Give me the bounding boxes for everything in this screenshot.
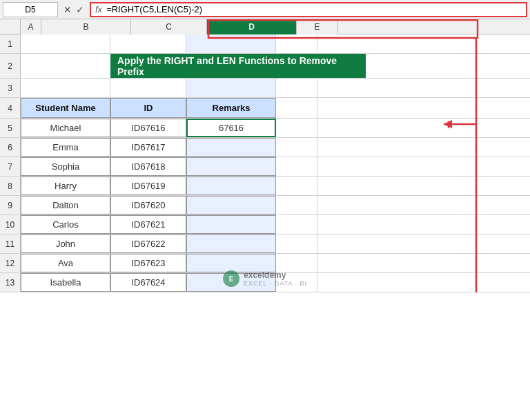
cell-e6[interactable] bbox=[276, 138, 317, 157]
cell-e9[interactable] bbox=[276, 196, 317, 214]
cell-c10[interactable]: ID67621 bbox=[110, 215, 186, 234]
cell-e2[interactable] bbox=[366, 54, 407, 78]
student-name-9: Dalton bbox=[52, 200, 79, 210]
cell-b10[interactable]: Carlos bbox=[21, 215, 110, 234]
cell-e10[interactable] bbox=[276, 215, 317, 234]
row-number: 12 bbox=[0, 254, 21, 272]
formula-text: =RIGHT(C5,LEN(C5)-2) bbox=[106, 4, 202, 14]
cell-b2[interactable] bbox=[21, 54, 110, 78]
cell-c7[interactable]: ID67618 bbox=[110, 157, 186, 176]
cell-reference-box[interactable]: D5 bbox=[3, 2, 58, 17]
cell-d6[interactable] bbox=[186, 138, 276, 157]
cell-c13[interactable]: ID67624 bbox=[110, 273, 186, 292]
formula-icons: ✕ ✓ bbox=[61, 4, 87, 15]
row-number: 6 bbox=[0, 138, 21, 157]
cell-b5[interactable]: Michael bbox=[21, 119, 110, 137]
table-row: 5 Michael ID67616 67616 bbox=[0, 119, 530, 138]
cell-c9[interactable]: ID67620 bbox=[110, 196, 186, 214]
cell-d1[interactable] bbox=[186, 34, 276, 53]
title-cell: Apply the RIGHT and LEN Functions to Rem… bbox=[110, 54, 366, 78]
table-row: 4 Student Name ID Remarks bbox=[0, 98, 530, 119]
cell-c6[interactable]: ID67617 bbox=[110, 138, 186, 157]
cell-d7[interactable] bbox=[186, 157, 276, 176]
cell-e5[interactable] bbox=[276, 119, 317, 137]
id-7: ID67618 bbox=[131, 161, 165, 172]
cell-c5[interactable]: ID67616 bbox=[110, 119, 186, 137]
row-number: 13 bbox=[0, 273, 21, 292]
col-header-student-name[interactable]: Student Name bbox=[21, 98, 110, 118]
cell-c1[interactable] bbox=[110, 34, 186, 53]
table-row: 11 John ID67622 bbox=[0, 234, 530, 254]
student-name-8: Harry bbox=[55, 181, 77, 191]
cell-c3[interactable] bbox=[110, 79, 186, 97]
cell-b13[interactable]: Isabella bbox=[21, 273, 110, 292]
spreadsheet-grid: A B C D E 1 2 Apply the RIGHT and LEN Fu… bbox=[0, 19, 530, 292]
cell-e11[interactable] bbox=[276, 234, 317, 253]
column-headers: A B C D E bbox=[0, 19, 530, 34]
remarks-5: 67616 bbox=[219, 123, 244, 133]
student-name-5: Michael bbox=[50, 123, 81, 133]
col-header-id[interactable]: ID bbox=[110, 98, 186, 118]
cell-d12[interactable] bbox=[186, 254, 276, 272]
cell-b12[interactable]: Ava bbox=[21, 254, 110, 272]
row-number: 4 bbox=[0, 98, 21, 118]
col-header-b[interactable]: B bbox=[41, 19, 131, 34]
row-number: 9 bbox=[0, 196, 21, 214]
cell-d5[interactable]: 67616 bbox=[186, 119, 276, 137]
table-row: 3 bbox=[0, 79, 530, 98]
cell-c8[interactable]: ID67619 bbox=[110, 177, 186, 195]
student-name-10: Carlos bbox=[52, 219, 79, 230]
table-row: 10 Carlos ID67621 bbox=[0, 215, 530, 234]
row-number: 8 bbox=[0, 177, 21, 195]
table-row: 2 Apply the RIGHT and LEN Functions to R… bbox=[0, 54, 530, 79]
cell-d8[interactable] bbox=[186, 177, 276, 195]
cell-c11[interactable]: ID67622 bbox=[110, 234, 186, 253]
student-name-11: John bbox=[56, 239, 75, 249]
col-header-remarks[interactable]: Remarks bbox=[186, 98, 276, 118]
cell-b6[interactable]: Emma bbox=[21, 138, 110, 157]
col-header-c[interactable]: C bbox=[131, 19, 207, 34]
col-header-a[interactable]: A bbox=[21, 19, 41, 34]
watermark-logo-text: E bbox=[229, 275, 234, 283]
cell-d11[interactable] bbox=[186, 234, 276, 253]
table-row: 7 Sophia ID67618 bbox=[0, 157, 530, 177]
id-6: ID67617 bbox=[131, 142, 165, 152]
col-header-d[interactable]: D bbox=[207, 19, 297, 34]
row-number: 5 bbox=[0, 119, 21, 137]
id-11: ID67622 bbox=[131, 239, 165, 249]
cell-e8[interactable] bbox=[276, 177, 317, 195]
table-row: 9 Dalton ID67620 bbox=[0, 196, 530, 215]
cell-b8[interactable]: Harry bbox=[21, 177, 110, 195]
watermark-subtext: EXCEL · DATA · BI bbox=[244, 280, 307, 287]
student-name-header: Student Name bbox=[35, 103, 95, 113]
confirm-icon[interactable]: ✓ bbox=[76, 4, 84, 15]
cell-d10[interactable] bbox=[186, 215, 276, 234]
cancel-icon[interactable]: ✕ bbox=[63, 4, 72, 15]
student-name-13: Isabella bbox=[50, 277, 81, 288]
cell-b3[interactable] bbox=[21, 79, 110, 97]
cell-b7[interactable]: Sophia bbox=[21, 157, 110, 176]
cell-c12[interactable]: ID67623 bbox=[110, 254, 186, 272]
watermark-logo: E bbox=[223, 270, 239, 287]
id-12: ID67623 bbox=[131, 258, 165, 268]
data-rows: 1 2 Apply the RIGHT and LEN Functions to… bbox=[0, 34, 530, 292]
title-text: Apply the RIGHT and LEN Functions to Rem… bbox=[117, 55, 359, 77]
formula-input[interactable]: fx =RIGHT(C5,LEN(C5)-2) bbox=[90, 2, 527, 17]
cell-ref-value: D5 bbox=[25, 5, 35, 14]
cell-e3[interactable] bbox=[276, 79, 317, 97]
cell-d3[interactable] bbox=[186, 79, 276, 97]
cell-e4[interactable] bbox=[276, 98, 317, 118]
table-row: 8 Harry ID67619 bbox=[0, 177, 530, 196]
cell-e1[interactable] bbox=[276, 34, 317, 53]
formula-bar: D5 ✕ ✓ fx =RIGHT(C5,LEN(C5)-2) bbox=[0, 0, 530, 19]
student-name-6: Emma bbox=[52, 142, 79, 152]
cell-d9[interactable] bbox=[186, 196, 276, 214]
cell-b11[interactable]: John bbox=[21, 234, 110, 253]
cell-e12[interactable] bbox=[276, 254, 317, 272]
row-number: 1 bbox=[0, 34, 21, 53]
col-header-e[interactable]: E bbox=[297, 19, 338, 34]
header-spacer bbox=[0, 19, 21, 34]
cell-b9[interactable]: Dalton bbox=[21, 196, 110, 214]
cell-b1[interactable] bbox=[21, 34, 110, 53]
cell-e7[interactable] bbox=[276, 157, 317, 176]
